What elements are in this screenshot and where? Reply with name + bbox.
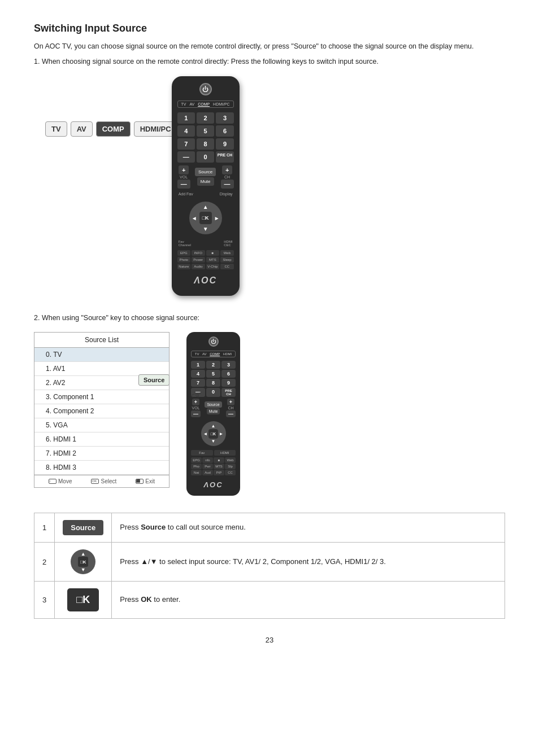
btn-6[interactable]: 6: [216, 125, 233, 137]
small-source-btn[interactable]: Source: [205, 401, 221, 408]
btn-5[interactable]: 5: [197, 125, 214, 137]
section1: TV AV COMP HDMI/PC ⏻ TV AV COMP HDMI/PC …: [45, 76, 505, 296]
tab-comp[interactable]: COMP: [96, 121, 131, 137]
small-epg[interactable]: EPG: [191, 457, 202, 463]
small-power2[interactable]: Pwr: [202, 464, 213, 469]
small-web[interactable]: Web: [225, 457, 236, 463]
small-mts[interactable]: MTS: [214, 464, 224, 469]
row2-btn-cell: ▲ ▼ □K: [55, 543, 112, 582]
small-btn-9[interactable]: 9: [221, 379, 236, 387]
row3-num: 3: [34, 582, 55, 619]
small-stop[interactable]: ■: [214, 457, 224, 463]
source-item-0[interactable]: 0. TV: [34, 348, 169, 362]
btn-photo[interactable]: Photo: [177, 257, 191, 263]
tab-av[interactable]: AV: [71, 121, 93, 137]
remote-tab-comp: COMP: [198, 102, 210, 106]
source-btn[interactable]: Source: [195, 168, 216, 176]
small-power-btn[interactable]: ⏻: [208, 337, 219, 347]
small-nav-down[interactable]: ▼: [211, 439, 216, 444]
small-mute-btn[interactable]: Mute: [207, 408, 220, 414]
move-icon: ↕: [49, 479, 56, 484]
small-nature[interactable]: Nat: [191, 470, 202, 475]
btn-mts[interactable]: MTS: [206, 257, 220, 263]
btn-3[interactable]: 3: [216, 112, 233, 124]
display-btn[interactable]: Display: [219, 191, 234, 196]
btn-sleep[interactable]: Sleep: [220, 257, 234, 263]
small-btn-8[interactable]: 8: [206, 379, 220, 387]
btn-web[interactable]: Web: [220, 250, 234, 256]
remote-tab-hdmi: HDMI/PC: [213, 102, 230, 106]
btn-2[interactable]: 2: [197, 112, 214, 124]
small-vol-minus[interactable]: —: [191, 410, 201, 417]
nav-circle: ▲ ▼ ◄ ► □K: [189, 202, 222, 234]
small-btn-6[interactable]: 6: [221, 370, 236, 378]
nav-down-arrow[interactable]: ▼: [203, 226, 208, 232]
btn-info[interactable]: INFO: [192, 250, 205, 256]
small-photo[interactable]: Pho: [191, 464, 202, 469]
nav-up-arrow[interactable]: ▲: [203, 204, 208, 210]
small-btn-3[interactable]: 3: [221, 361, 236, 369]
small-nav-ok[interactable]: □K: [208, 429, 218, 439]
source-item-3[interactable]: 3. Component 1: [34, 390, 169, 404]
small-btn-7[interactable]: 7: [191, 379, 205, 387]
small-nav-right[interactable]: ►: [219, 431, 224, 436]
ch-label: CH: [224, 175, 230, 179]
tab-tv[interactable]: TV: [45, 121, 67, 137]
btn-prech[interactable]: PRE CH: [216, 151, 233, 163]
small-pip[interactable]: PiP: [214, 470, 224, 475]
small-audio[interactable]: Aud: [202, 470, 213, 475]
source-button-display[interactable]: Source: [63, 520, 103, 535]
nav-ok-btn[interactable]: □K: [199, 212, 212, 224]
small-ch-minus[interactable]: —: [226, 410, 236, 417]
small-hdmi-cec[interactable]: HDMI: [214, 450, 236, 456]
ok-button-display[interactable]: □K: [67, 588, 99, 611]
source-item-5[interactable]: 5. VGA: [34, 418, 169, 432]
source-item-8[interactable]: 8. HDMI 3: [34, 461, 169, 475]
nav-left-arrow[interactable]: ◄: [192, 215, 197, 221]
btn-power2[interactable]: Power: [192, 257, 205, 263]
btn-audio[interactable]: Audio: [192, 264, 205, 269]
btn-vchip[interactable]: V-Chip: [206, 264, 220, 269]
ch-plus-btn[interactable]: +: [222, 165, 232, 174]
small-nav-left[interactable]: ◄: [203, 431, 208, 436]
mute-btn[interactable]: Mute: [197, 177, 214, 186]
vol-plus-btn[interactable]: +: [179, 165, 189, 174]
hdmi-cec-btn[interactable]: HDMICEC: [223, 239, 233, 247]
small-btn-prech[interactable]: PRE CH: [221, 388, 236, 397]
source-item-4[interactable]: 4. Component 2: [34, 404, 169, 418]
small-cc[interactable]: CC: [225, 470, 236, 475]
small-sleep[interactable]: Slp: [225, 464, 236, 469]
btn-stop[interactable]: ■: [206, 250, 220, 256]
small-info[interactable]: nfo: [202, 457, 213, 463]
small-btn-1[interactable]: 1: [191, 361, 205, 369]
small-fav-channel[interactable]: Fav: [191, 450, 213, 456]
btn-0[interactable]: 0: [197, 151, 214, 163]
small-btn-0[interactable]: 0: [206, 388, 220, 397]
btn-4[interactable]: 4: [177, 125, 195, 137]
power-button[interactable]: ⏻: [199, 83, 212, 95]
source-item-6[interactable]: 6. HDMI 1: [34, 432, 169, 447]
small-ch-plus[interactable]: +: [227, 399, 234, 405]
small-btn-5[interactable]: 5: [206, 370, 220, 378]
btn-8[interactable]: 8: [197, 138, 214, 150]
small-btn-4[interactable]: 4: [191, 370, 205, 378]
btn-epg[interactable]: EPG: [177, 250, 191, 256]
small-func-row1: Fav HDMI: [191, 450, 236, 456]
btn-7[interactable]: 7: [177, 138, 195, 150]
source-item-7[interactable]: 7. HDMI 2: [34, 447, 169, 461]
instruction-row-3: 3 □K Press OK to enter.: [34, 582, 505, 619]
add-fav-btn[interactable]: Add Fav: [177, 191, 194, 196]
fav-channel-btn[interactable]: FavChannel: [177, 239, 192, 247]
small-btn-2[interactable]: 2: [206, 361, 220, 369]
nav-right-arrow[interactable]: ►: [214, 215, 220, 221]
source-list-footer: ↕ Move OK Select ⬛ Exit: [34, 475, 169, 487]
small-nav-up[interactable]: ▲: [211, 423, 216, 429]
vol-minus-btn[interactable]: —: [177, 180, 190, 189]
btn-nature[interactable]: Nature: [177, 264, 191, 269]
btn-cc[interactable]: CC: [220, 264, 234, 269]
tab-hdmipc[interactable]: HDMI/PC: [134, 121, 177, 137]
btn-9[interactable]: 9: [216, 138, 233, 150]
ch-minus-btn[interactable]: —: [221, 180, 234, 189]
btn-1[interactable]: 1: [177, 112, 195, 124]
btn-dash[interactable]: —: [177, 151, 195, 163]
